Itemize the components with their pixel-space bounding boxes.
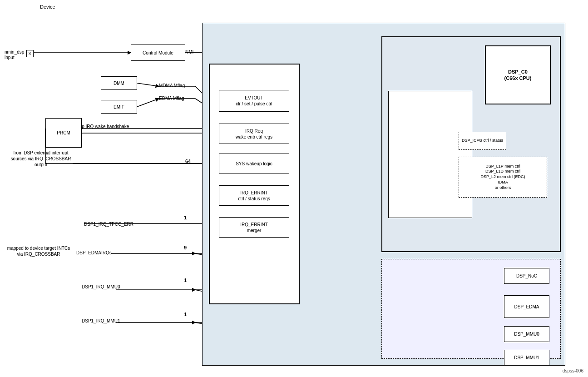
dsp-noc-box: DSP_NoC — [504, 268, 549, 284]
dsp1-irq-mmu0-label: DSP1_IRQ_MMU0 — [82, 284, 120, 290]
dsp-mmu0-box: DSP_MMU0 — [504, 326, 549, 342]
evtout-label: EVTOUT clr / set / pulse ctrl — [236, 95, 272, 107]
dsp-intc-box — [388, 91, 472, 218]
dsp-mmu0-label: DSP_MMU0 — [514, 331, 539, 337]
num-9-label: 9 — [184, 244, 187, 251]
num-1c-label: 1 — [184, 311, 187, 317]
nmi-label: NMI — [185, 49, 193, 55]
dsp-mem-ctrl-label: DSP_L1P mem ctrl DSP_L1D mem ctrl DSP_L2… — [480, 164, 525, 190]
control-module-label: Control Module — [143, 50, 173, 56]
dsp-icfg-label: DSP_ICFG ctrl / status — [462, 138, 503, 144]
dsp-edma-irqs-label: DSP_EDMAIRQs — [76, 250, 112, 256]
prcm-box: PRCM — [45, 118, 82, 148]
dsp-c0-box: DSP_C0 (C66x CPU) — [485, 45, 551, 104]
dsp1-irq-mmu1-label: DSP1_IRQ_MMU1 — [82, 318, 120, 324]
svg-line-3 — [137, 83, 159, 86]
dsp-mmu1-box: DSP_MMU1 — [504, 350, 549, 366]
sys-wakeup-label: SYS wakeup logic — [236, 161, 272, 167]
emif-label: EMIF — [114, 104, 124, 110]
nmin-input-area: nmin_dsp input ✕ — [5, 49, 24, 60]
dsp-icfg-box: DSP_ICFG ctrl / status — [459, 132, 506, 150]
irq-errint-merger-box: IRQ_ERRINT merger — [219, 217, 289, 238]
num-1b-label: 1 — [184, 277, 187, 283]
num-64-label: 64 — [185, 158, 191, 164]
dsp-edma-box: DSP_EDMA — [504, 295, 549, 318]
diagram-container: Device dspss-006 DSP subsystem DSP C66x … — [0, 0, 588, 377]
control-module-box: Control Module — [131, 45, 185, 61]
device-label: Device — [40, 4, 55, 10]
irq-errint-ctrl-label: IRQ_ERRINT ctrl / status reqs — [238, 190, 270, 202]
emif-box: EMIF — [101, 100, 137, 114]
dmm-label: DMM — [114, 80, 124, 86]
dmm-box: DMM — [101, 76, 137, 90]
irq-req-box: IRQ Req wake enb ctrl regs — [219, 124, 289, 144]
num-1a-label: 1 — [184, 214, 187, 221]
from-dsp-ext-label: from DSP external interrupt sources via … — [9, 150, 73, 168]
nmin-label: nmin_dsp input — [5, 50, 24, 60]
dsp-mem-ctrl-box: DSP_L1P mem ctrl DSP_L1D mem ctrl DSP_L2… — [459, 157, 547, 198]
irq-req-label: IRQ Req wake enb ctrl regs — [236, 128, 272, 140]
dsp-edma-label: DSP_EDMA — [514, 304, 539, 310]
dsp1-irq-tpcc-label: DSP1_IRQ_TPCC_ERR — [84, 221, 133, 227]
mapped-to-device-label: mapped to device target INTCs via IRQ_CR… — [7, 245, 70, 257]
evtout-box: EVTOUT clr / set / pulse ctrl — [219, 90, 289, 112]
sys-wakeup-box: SYS wakeup logic — [219, 154, 289, 174]
dsp-c0-label: DSP_C0 (C66x CPU) — [504, 69, 532, 82]
prcm-label: PRCM — [57, 130, 70, 136]
irq-errint-ctrl-box: IRQ_ERRINT ctrl / status reqs — [219, 185, 289, 206]
figure-id: dspss-006 — [563, 368, 583, 373]
svg-line-4 — [137, 99, 159, 107]
dsp-mmu1-label: DSP_MMU1 — [514, 355, 539, 361]
irq-errint-merger-label: IRQ_ERRINT merger — [240, 222, 268, 233]
mdma-mflag-label: MDMA Mflag — [159, 83, 185, 89]
dsp-noc-label: DSP_NoC — [516, 273, 537, 279]
edma-mflag-label: EDMA Mflag — [159, 95, 184, 101]
